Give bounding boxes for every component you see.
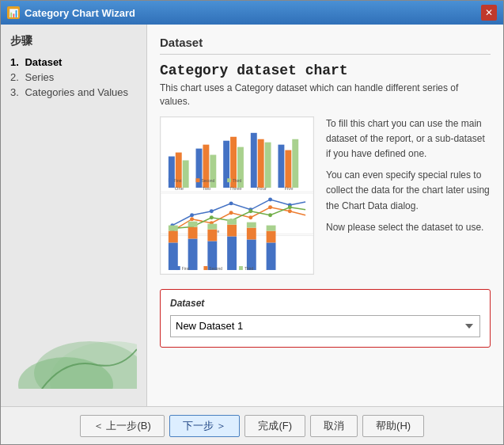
next-button[interactable]: 下一步 ＞ <box>169 415 241 437</box>
svg-rect-16 <box>278 144 284 187</box>
dialog-window: 📊 Category Chart Wizard ✕ 步骤 1. Dataset … <box>0 0 504 445</box>
chart-description: To fill this chart you can use the main … <box>326 116 491 275</box>
svg-rect-61 <box>188 226 198 238</box>
decoration-graphic <box>18 294 137 389</box>
dialog-title: Category Chart Wizard <box>25 7 135 19</box>
svg-rect-70 <box>247 227 256 239</box>
svg-rect-60 <box>188 238 198 270</box>
close-button[interactable]: ✕ <box>481 5 497 21</box>
svg-point-51 <box>288 205 292 209</box>
svg-rect-75 <box>176 266 180 270</box>
chart-preview: One Two Three Four Five First Second <box>160 116 318 275</box>
prev-button[interactable]: ＜ 上一步(B) <box>80 415 165 437</box>
svg-rect-64 <box>207 229 217 241</box>
svg-point-32 <box>190 213 194 217</box>
svg-text:Three: Three <box>229 186 242 191</box>
dataset-section-label: Dataset <box>170 298 480 309</box>
svg-rect-77 <box>203 266 207 270</box>
svg-rect-68 <box>227 219 237 224</box>
sidebar: 步骤 1. Dataset 2. Series 3. Categories an… <box>1 25 147 406</box>
steps-list: 1. Dataset 2. Series 3. Categories and V… <box>10 56 137 101</box>
svg-rect-67 <box>227 224 237 236</box>
svg-point-43 <box>268 205 272 209</box>
svg-point-34 <box>229 201 233 205</box>
svg-rect-14 <box>258 139 264 187</box>
mini-chart-svg: One Two Three Four Five First Second <box>160 116 314 275</box>
app-icon: 📊 <box>7 6 20 19</box>
svg-text:Second: Second <box>209 267 222 271</box>
svg-point-44 <box>288 209 292 213</box>
step-2-num: 2. <box>10 71 19 83</box>
svg-rect-18 <box>292 139 298 187</box>
chart-type-subtitle: This chart uses a Category dataset which… <box>160 82 491 108</box>
main-panel: Dataset Category dataset chart This char… <box>147 25 503 406</box>
svg-rect-58 <box>169 230 178 242</box>
svg-point-36 <box>268 197 272 201</box>
svg-rect-59 <box>169 225 178 230</box>
sidebar-title: 步骤 <box>10 34 137 48</box>
finish-button[interactable]: 完成(F) <box>244 415 305 437</box>
svg-rect-63 <box>207 241 217 270</box>
svg-rect-69 <box>247 239 256 270</box>
svg-point-41 <box>229 211 233 215</box>
desc-para-3: Now please select the dataset to use. <box>326 220 491 235</box>
svg-rect-79 <box>239 266 243 270</box>
svg-rect-6 <box>183 160 189 188</box>
svg-text:Second: Second <box>201 179 214 183</box>
svg-rect-26 <box>196 178 200 182</box>
step-1-label: Dataset <box>25 56 62 68</box>
step-3-label: Categories and Values <box>25 86 128 98</box>
svg-text:Five: Five <box>284 186 294 191</box>
chart-type-title: Category dataset chart <box>160 63 491 78</box>
svg-rect-57 <box>169 242 178 270</box>
svg-text:Four: Four <box>257 186 267 191</box>
sidebar-decoration <box>10 101 137 397</box>
dataset-section: Dataset New Dataset 1 <box>160 289 491 348</box>
content-area: 步骤 1. Dataset 2. Series 3. Categories an… <box>1 25 503 406</box>
svg-point-50 <box>268 213 272 217</box>
svg-text:Third: Third <box>244 267 254 271</box>
svg-rect-24 <box>169 178 172 182</box>
panel-body: Category dataset chart This chart uses a… <box>160 63 491 395</box>
svg-point-42 <box>248 215 252 219</box>
desc-para-1: To fill this chart you can use the main … <box>326 116 491 162</box>
step-2: 2. Series <box>10 71 137 83</box>
svg-text:Third: Third <box>233 179 242 183</box>
help-button[interactable]: 帮助(H) <box>362 415 424 437</box>
svg-rect-73 <box>267 230 276 242</box>
step-1: 1. Dataset <box>10 56 137 68</box>
svg-text:First: First <box>182 267 190 271</box>
svg-text:Two: Two <box>202 186 211 191</box>
svg-rect-65 <box>207 223 217 229</box>
chart-content-row: One Two Three Four Five First Second <box>160 116 491 275</box>
svg-point-47 <box>210 215 214 219</box>
svg-rect-17 <box>285 150 291 188</box>
svg-text:First: First <box>174 179 182 183</box>
svg-rect-15 <box>265 142 271 187</box>
svg-point-49 <box>248 209 252 213</box>
step-3-num: 3. <box>10 86 19 98</box>
svg-rect-72 <box>267 242 276 270</box>
title-bar: 📊 Category Chart Wizard ✕ <box>1 1 503 25</box>
step-1-num: 1. <box>10 56 19 68</box>
svg-rect-62 <box>188 221 198 226</box>
svg-rect-28 <box>227 178 231 182</box>
panel-header: Dataset <box>160 36 491 55</box>
title-bar-left: 📊 Category Chart Wizard <box>7 6 135 19</box>
svg-rect-74 <box>267 225 276 230</box>
svg-rect-71 <box>247 222 256 227</box>
cancel-button[interactable]: 取消 <box>310 415 358 437</box>
svg-point-33 <box>210 209 214 213</box>
svg-rect-66 <box>227 236 237 270</box>
svg-point-39 <box>190 217 194 221</box>
svg-text:One: One <box>175 186 184 191</box>
step-3: 3. Categories and Values <box>10 86 137 98</box>
footer: ＜ 上一步(B) 下一步 ＞ 完成(F) 取消 帮助(H) <box>1 406 503 444</box>
svg-rect-13 <box>251 132 257 187</box>
desc-para-2: You can even specify special rules to co… <box>326 168 491 214</box>
dataset-dropdown[interactable]: New Dataset 1 <box>170 315 480 337</box>
step-2-label: Series <box>25 71 54 83</box>
